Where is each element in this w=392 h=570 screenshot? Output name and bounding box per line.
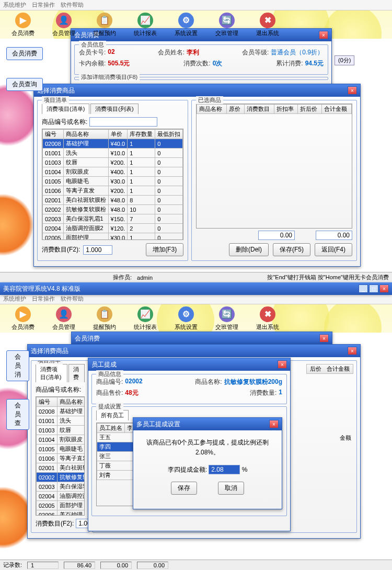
toolbar-交班管理[interactable]: 🔄交班管理 [207, 306, 247, 331]
table-row[interactable]: 02001美白祛斑软膜粉¥48.080 [43, 196, 183, 205]
product-code: 02002 [125, 378, 142, 386]
table-row[interactable]: 01004割双眼皮 [37, 435, 85, 444]
list-item[interactable]: 王五 [97, 433, 139, 442]
product-grid-2[interactable]: 编号商品名称02008基础护理01001洗头01003纹唇01004割双眼皮01… [36, 397, 85, 516]
toolbar-会员管理[interactable]: 👤会员管理 [44, 13, 84, 37]
status-hint: 按"End"键打开钱箱 按"Home"键用无卡会员消费 [267, 273, 389, 281]
toolbar-会员管理[interactable]: 👤会员管理 [44, 306, 84, 331]
cancel-button[interactable]: 取消 [218, 482, 244, 495]
minimize-icon[interactable]: _ [359, 284, 368, 293]
tab-grid[interactable]: 消费 [68, 364, 85, 382]
points-badge: (0分) [335, 55, 354, 65]
table-row[interactable]: 02005面部护理 [37, 501, 85, 510]
toolbar-icon: ⚙ [178, 13, 194, 28]
commission-amount-input[interactable] [209, 465, 240, 474]
close-icon[interactable]: × [319, 31, 328, 39]
toolbar-统计报表[interactable]: 📈统计报表 [125, 306, 165, 331]
product-grid[interactable]: 编号商品名称单价库存数量最低折扣02008基础护理¥40.01001001洗头¥… [42, 129, 183, 240]
list-item[interactable]: 刘青 [97, 471, 139, 480]
back-button[interactable]: 返回(F4) [315, 243, 352, 256]
select-product-window: 选择消费商品 × 项目清单 消费项目(清单) 消费项目(列表) 商品编号或名称:… [33, 84, 361, 267]
table-row[interactable]: 01001洗头¥10.010 [43, 149, 183, 158]
tab-all-staff[interactable]: 所有员工 [96, 410, 129, 420]
product-search-input[interactable] [89, 117, 157, 127]
menubar: 系统维护 日常操作 软件帮助 [0, 0, 392, 10]
table-row[interactable]: 02002抗敏修复软膜粉¥48.0100 [43, 205, 183, 214]
card-no: 02 [108, 48, 114, 57]
side-consume-button[interactable]: 会员消费 [6, 47, 43, 60]
table-row[interactable]: 01005电眼睫毛¥30.010 [43, 177, 183, 186]
table-row[interactable]: 02006美百护理 [37, 510, 85, 516]
tab-grid[interactable]: 消费项目(列表) [90, 104, 138, 114]
menu-item[interactable]: 系统维护 [3, 2, 26, 8]
toolbar-退出系统[interactable]: ✖退出系统 [248, 306, 287, 331]
side-query-button[interactable]: 会员查询 [6, 78, 43, 91]
delete-button[interactable]: 删除(Del) [229, 243, 269, 256]
list-item[interactable]: 李四 [97, 442, 139, 452]
table-row[interactable]: 01001洗头 [37, 416, 85, 426]
save-button[interactable]: 保存 [171, 482, 197, 495]
close-icon[interactable]: × [269, 420, 279, 428]
side-consume-button[interactable]: 会员消 [6, 350, 29, 381]
table-row[interactable]: 01006等离子直发¥200.10 [43, 186, 183, 196]
table-row[interactable]: 02001美白祛斑软膜 [37, 463, 85, 473]
table-row[interactable]: 02008基础护理 [37, 407, 85, 416]
selected-grid[interactable]: 商品名称 原价 消费数目 折扣率 折后价 合计金额 [197, 104, 352, 114]
toolbar-会员消费[interactable]: ▶会员消费 [3, 13, 43, 37]
operator: admin [137, 275, 153, 281]
toolbar-统计报表[interactable]: 📈统计报表 [125, 13, 165, 37]
member-name: 李利 [187, 48, 199, 57]
table-row[interactable]: 01003纹唇 [37, 426, 85, 435]
toolbar-退出系统[interactable]: ✖退出系统 [248, 13, 287, 37]
toolbar-icon: 📋 [97, 13, 112, 28]
table-row[interactable]: 01005电眼睫毛 [37, 444, 85, 454]
tab-list[interactable]: 消费项目(清单) [36, 364, 67, 382]
qty-input[interactable] [83, 245, 112, 255]
table-row[interactable]: 02005面部护理¥30.010 [43, 233, 183, 241]
table-row[interactable]: 02004油脂调控面膜2¥120.20 [43, 224, 183, 233]
close-icon[interactable]: × [319, 334, 329, 343]
table-row[interactable]: 02004油脂调控面膜 [37, 492, 85, 501]
employee-list[interactable]: 员工姓名李四王五李四张三丁薇刘青 [97, 423, 138, 480]
side-query-button[interactable]: 会员查 [6, 399, 29, 430]
toolbar-icon: ✖ [260, 13, 275, 28]
table-row[interactable]: 01004割双眼皮¥400.10 [43, 167, 183, 177]
toolbar-提醒预约[interactable]: 📋提醒预约 [85, 306, 124, 331]
table-row[interactable]: 02002抗敏修复软膜 [37, 473, 85, 482]
toolbar-系统设置[interactable]: ⚙系统设置 [166, 306, 206, 331]
list-item[interactable]: 丁薇 [97, 461, 139, 471]
toolbar-icon: ⚙ [178, 306, 194, 322]
footer-total-2 [316, 231, 352, 240]
table-row[interactable]: 02008基础护理¥40.010 [43, 139, 183, 149]
table-row[interactable]: 01003纹唇¥200.10 [43, 158, 183, 167]
table-row[interactable]: 01006等离子直发 [37, 454, 85, 463]
close-icon[interactable]: × [278, 360, 287, 369]
consume-total: 94.5元 [305, 59, 324, 68]
tab-list[interactable]: 消费项目(清单) [42, 104, 89, 114]
record-count: 1 [27, 562, 59, 569]
add-button[interactable]: 增加(F3) [146, 243, 183, 256]
list-item[interactable]: 张三 [97, 452, 139, 461]
toolbar-会员消费[interactable]: ▶会员消费 [3, 306, 43, 331]
menu-item[interactable]: 日常操作 [32, 2, 55, 8]
close-icon[interactable]: × [348, 86, 357, 95]
toolbar: ▶会员消费👤会员管理📋提醒预约📈统计报表⚙系统设置🔄交班管理✖退出系统 [0, 304, 392, 333]
close-icon[interactable]: × [379, 284, 389, 293]
balance: 505.5元 [108, 59, 130, 68]
toolbar: ▶会员消费👤会员管理📋提醒预约📈统计报表⚙系统设置🔄交班管理✖退出系统 [0, 10, 392, 39]
menu-item[interactable]: 软件帮助 [61, 2, 84, 8]
status-v2: 0.00 [100, 562, 132, 569]
product-name: 抗敏修复软膜粉200g [224, 378, 282, 386]
statusbar: 操作员:admin 按"End"键打开钱箱 按"Home"键用无卡会员消费 [0, 272, 392, 282]
toolbar-提醒预约[interactable]: 📋提醒预约 [85, 13, 124, 37]
table-row[interactable]: 02003美白保湿乳霜 [37, 482, 85, 492]
toolbar-icon: 👤 [56, 13, 72, 28]
table-row[interactable]: 02003美白保湿乳霜1¥150.70 [43, 214, 183, 224]
toolbar-系统设置[interactable]: ⚙系统设置 [166, 13, 206, 37]
toolbar-交班管理[interactable]: 🔄交班管理 [207, 13, 247, 37]
save-button[interactable]: 保存(F5) [273, 243, 310, 256]
maximize-icon[interactable]: □ [369, 284, 378, 293]
close-icon[interactable]: × [348, 347, 357, 355]
product-qty: 1 [279, 389, 282, 397]
status-v3: 0.00 [137, 562, 168, 569]
